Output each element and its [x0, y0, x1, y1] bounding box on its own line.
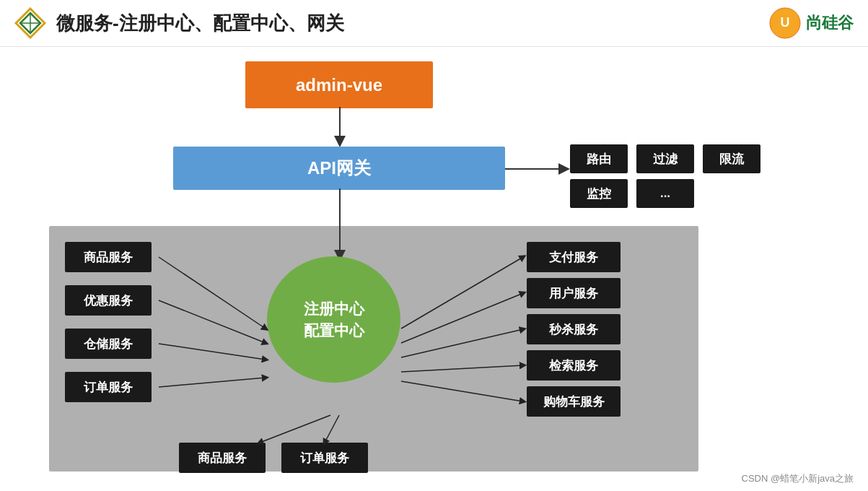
- right-service-3: 检索服务: [527, 350, 621, 381]
- left-service-2: 仓储服务: [65, 329, 152, 359]
- right-service-1: 用户服务: [527, 278, 621, 308]
- logo-icon: [14, 7, 46, 39]
- left-service-3: 订单服务: [65, 372, 152, 402]
- page-title: 微服务-注册中心、配置中心、网关: [56, 11, 344, 36]
- arrow-admin-to-gateway: [332, 107, 348, 147]
- brand-name: 尚硅谷: [806, 12, 854, 34]
- header: 微服务-注册中心、配置中心、网关 U 尚硅谷: [0, 0, 868, 47]
- left-service-1: 优惠服务: [65, 285, 152, 316]
- tag-ratelimit: 限流: [703, 144, 760, 173]
- brand-icon: U: [768, 6, 802, 40]
- registry-center: 注册中心 配置中心: [267, 256, 400, 383]
- api-gateway-box: API网关: [173, 147, 505, 190]
- tag-filter: 过滤: [636, 144, 694, 173]
- arrow-gateway-to-tags: [505, 161, 570, 177]
- tag-routing: 路由: [570, 144, 628, 173]
- tag-monitor: 监控: [570, 179, 628, 208]
- watermark: CSDN @蜡笔小新java之旅: [742, 472, 854, 485]
- right-service-4: 购物车服务: [527, 386, 621, 417]
- brand-logo: U 尚硅谷: [768, 6, 854, 40]
- tag-more: ...: [636, 179, 694, 208]
- right-service-2: 秒杀服务: [527, 314, 621, 344]
- right-service-0: 支付服务: [527, 242, 621, 272]
- header-left: 微服务-注册中心、配置中心、网关: [14, 7, 344, 39]
- left-service-0: 商品服务: [65, 242, 152, 272]
- bottom-service-1: 订单服务: [281, 443, 368, 473]
- admin-vue-box: admin-vue: [245, 61, 433, 108]
- diagram-area: admin-vue API网关 路由 过滤 限流 监控 ...: [0, 47, 868, 491]
- bottom-service-0: 商品服务: [179, 443, 266, 473]
- svg-text:U: U: [781, 15, 790, 30]
